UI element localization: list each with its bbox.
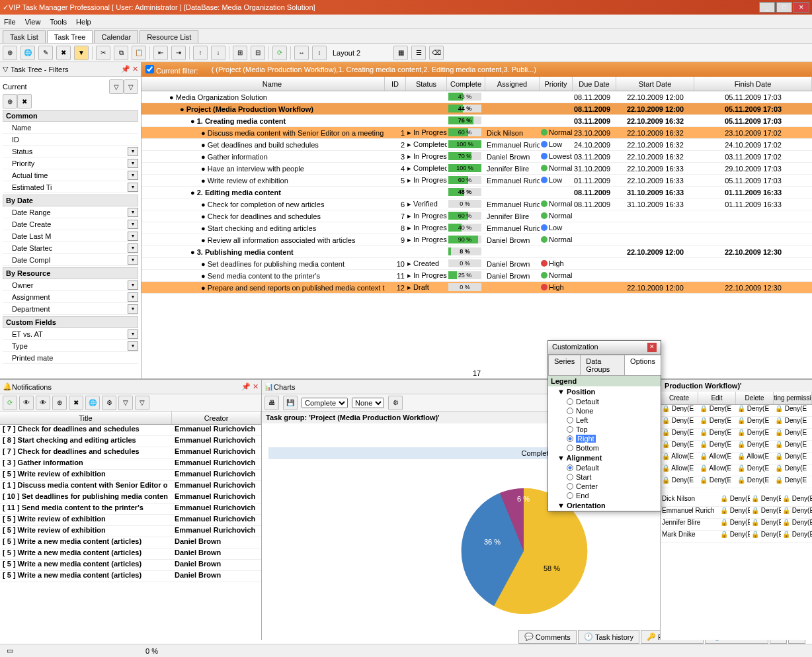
tool-delete[interactable]: ✖ xyxy=(56,46,71,60)
tool-hresize[interactable]: ↔ xyxy=(294,46,309,60)
notif-btn6[interactable]: 🌐 xyxy=(85,396,100,410)
tool-edit[interactable]: ✎ xyxy=(38,46,53,60)
layout-label[interactable]: Layout 2 xyxy=(333,49,360,57)
col-finish[interactable]: Finish Date xyxy=(694,77,812,91)
table-row[interactable]: Mark Dnike🔒 Deny(E🔒 Deny(E🔒 Deny(E xyxy=(661,531,812,543)
list-item[interactable]: [ 5 ] Write a new media content (article… xyxy=(0,537,261,548)
tool-clear-filter[interactable]: ⌫ xyxy=(429,46,444,60)
list-item[interactable]: [ 5 ] Write review of exhibitionEmmanuel… xyxy=(0,515,261,526)
tool-outdent[interactable]: ⇤ xyxy=(153,46,168,60)
tool-group[interactable]: ☰ xyxy=(411,46,426,60)
table-row[interactable]: ● 3. Publishing media content8 %22.10.20… xyxy=(142,246,812,258)
filter-dd-2[interactable]: ▽ xyxy=(124,79,138,94)
list-item[interactable]: [ 8 ] Start checking and editing article… xyxy=(0,436,261,447)
list-item[interactable]: [ 5 ] Write a new media content (article… xyxy=(0,571,261,582)
table-row[interactable]: ● Gather information3▸ In Progress70 %Da… xyxy=(142,151,812,163)
opt-left[interactable]: Left xyxy=(548,416,661,425)
tool-down[interactable]: ↓ xyxy=(211,46,225,60)
table-row[interactable]: ● Check for deadlines and schedules7▸ In… xyxy=(142,210,812,222)
filter-check[interactable] xyxy=(145,65,154,73)
dlg-tab-options[interactable]: Options xyxy=(624,355,661,375)
table-row[interactable]: ● 2. Editing media content48 %08.11.2009… xyxy=(142,187,812,198)
grid-body[interactable]: ● Media Organization Solution43 %08.11.2… xyxy=(142,91,812,368)
tool-vresize[interactable]: ↕ xyxy=(312,46,327,60)
notif-refresh[interactable]: ⟳ xyxy=(3,396,17,410)
pcol-ting[interactable]: ting permissi xyxy=(774,392,812,404)
table-row[interactable]: 🔒 Deny(E🔒 Deny(E🔒 Deny(E🔒 Deny(E xyxy=(661,405,812,417)
table-row[interactable]: ● Start checking and editing articles8▸ … xyxy=(142,222,812,234)
table-row[interactable]: ● Review all information associated with… xyxy=(142,234,812,246)
table-row[interactable]: ● Prepare and send reports on published … xyxy=(142,282,812,294)
notif-btn2[interactable]: 👁 xyxy=(19,396,34,410)
panel-pin-icon[interactable]: 📌 xyxy=(121,65,130,73)
dd-dlm[interactable]: ▾ xyxy=(128,232,138,241)
panel-close-icon[interactable]: ✕ xyxy=(132,65,138,73)
table-row[interactable]: ● Have an interview with people4▸ Comple… xyxy=(142,163,812,175)
pcol-edit[interactable]: Edit xyxy=(698,392,736,404)
notif-btn9[interactable]: ▽ xyxy=(135,396,149,410)
table-row[interactable]: ● Discuss media content with Senior Edit… xyxy=(142,127,812,139)
table-row[interactable]: ● 1. Creating media content76 %03.11.200… xyxy=(142,115,812,127)
tool-up[interactable]: ↑ xyxy=(193,46,208,60)
opt-top[interactable]: Top xyxy=(548,425,661,434)
chart-select-complete[interactable]: Complete xyxy=(302,398,348,408)
section-byresource[interactable]: By Resource xyxy=(3,267,138,279)
list-item[interactable]: [ 7 ] Check for deadlines and schedulesE… xyxy=(0,425,261,436)
notif-pin-icon[interactable]: 📌 xyxy=(241,382,251,391)
table-row[interactable]: 🔒 Deny(E🔒 Deny(E🔒 Deny(E🔒 Deny(E xyxy=(661,429,812,441)
filter-btn-a[interactable]: ⊕ xyxy=(3,94,17,109)
dlg-close-button[interactable]: ✕ xyxy=(647,343,657,352)
dd-type[interactable]: ▾ xyxy=(128,341,138,351)
dd-estimated[interactable]: ▾ xyxy=(128,183,138,192)
tool-refresh[interactable]: ⟳ xyxy=(272,46,287,60)
menu-file[interactable]: File xyxy=(4,18,16,26)
chart-opt[interactable]: ⚙ xyxy=(388,396,403,410)
dd-etat[interactable]: ▾ xyxy=(128,329,138,339)
table-row[interactable]: ● Check for completion of new articles6▸… xyxy=(142,198,812,210)
chart-export[interactable]: 💾 xyxy=(283,396,298,410)
dlg-alignment[interactable]: ▼ Alignment xyxy=(548,453,661,463)
table-row[interactable]: 🔒 Allow(E🔒 Allow(E🔒 Deny(E🔒 Deny(E xyxy=(661,464,812,476)
pcol-delete[interactable]: Delete xyxy=(736,392,774,404)
dlg-tab-datagroups[interactable]: Data Groups xyxy=(580,355,625,375)
tool-expand[interactable]: ⊞ xyxy=(233,46,247,60)
table-row[interactable]: ● Set deadlines for publishing media con… xyxy=(142,258,812,270)
list-item[interactable]: [ 5 ] Write a new media content (article… xyxy=(0,548,261,560)
table-row[interactable]: ● Write review of exhibition5▸ In Progre… xyxy=(142,175,812,187)
tool-globe[interactable]: 🌐 xyxy=(20,46,35,60)
opt-a-center[interactable]: Center xyxy=(548,482,661,491)
tool-cut[interactable]: ✂ xyxy=(96,46,110,60)
list-item[interactable]: [ 5 ] Write review of exhibitionEmmanuel… xyxy=(0,470,261,481)
tool-filter[interactable]: ▼ xyxy=(74,46,89,60)
dlg-tab-series[interactable]: Series xyxy=(548,355,581,375)
opt-a-default[interactable]: Default xyxy=(548,463,661,472)
ncol-title[interactable]: Title xyxy=(0,412,172,424)
filter-btn-b[interactable]: ✖ xyxy=(17,94,32,109)
chart-print[interactable]: 🖶 xyxy=(264,396,279,410)
notif-btn8[interactable]: ▽ xyxy=(118,396,133,410)
opt-right[interactable]: Right xyxy=(548,434,661,443)
opt-default[interactable]: Default xyxy=(548,397,661,406)
tool-columns[interactable]: ▦ xyxy=(393,46,408,60)
dlg-orientation[interactable]: ▼ Orientation xyxy=(548,500,661,511)
notif-body[interactable]: [ 7 ] Check for deadlines and schedulesE… xyxy=(0,425,261,582)
col-name[interactable]: Name xyxy=(160,77,385,91)
table-row[interactable]: ● Send media content to the printer's11▸… xyxy=(142,270,812,282)
tool-indent[interactable]: ⇥ xyxy=(171,46,186,60)
table-row[interactable]: Emmanuel Rurich🔒 Deny(E🔒 Deny(E🔒 Deny(E xyxy=(661,507,812,519)
list-item[interactable]: [ 11 ] Send media content to the printer… xyxy=(0,504,261,515)
notif-btn4[interactable]: ⊕ xyxy=(52,396,67,410)
section-bydate[interactable]: By Date xyxy=(3,195,138,206)
close-button[interactable]: ✕ xyxy=(793,2,809,13)
notif-btn3[interactable]: 👁 xyxy=(36,396,50,410)
ncol-creator[interactable]: Creator xyxy=(172,412,261,424)
dd-dc[interactable]: ▾ xyxy=(128,220,138,229)
dd-owner[interactable]: ▾ xyxy=(128,281,138,290)
col-id[interactable]: ID xyxy=(385,77,406,91)
dd-priority[interactable]: ▾ xyxy=(128,159,138,168)
tool-new[interactable]: ⊕ xyxy=(3,46,17,60)
chart-select-none[interactable]: None xyxy=(352,398,384,408)
section-common[interactable]: Common xyxy=(3,110,138,122)
col-due[interactable]: Due Date xyxy=(573,77,616,91)
dd-actual[interactable]: ▾ xyxy=(128,171,138,180)
